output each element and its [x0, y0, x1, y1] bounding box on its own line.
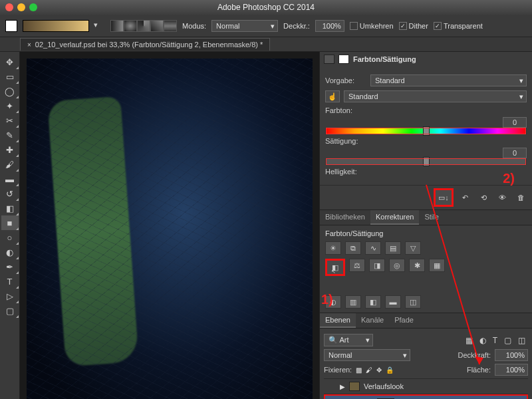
document-tab-bar: × 02_10_verlauf.psd bei 33,3% (Farbton/S… — [0, 37, 532, 52]
hue-slider[interactable] — [325, 128, 527, 134]
gradient-tool[interactable]: ■ — [1, 215, 19, 230]
history-brush-tool[interactable]: ↺ — [1, 186, 19, 201]
blur-tool[interactable]: ○ — [1, 230, 19, 245]
transparent-checkbox[interactable]: Transparent — [434, 22, 483, 30]
saturation-slider[interactable] — [325, 158, 527, 165]
options-bar: Modus: Normal Deckkr.: 100% Umkehren Dit… — [0, 15, 532, 37]
fill-input[interactable]: 100% — [495, 364, 528, 376]
range-select[interactable]: Standard — [344, 90, 527, 102]
adj-curves-icon[interactable]: ∿ — [365, 241, 381, 255]
adj-color-lookup-icon[interactable]: ▦ — [429, 259, 445, 272]
adj-threshold-icon[interactable]: ◧ — [365, 295, 381, 309]
blend-mode-select[interactable]: Normal — [324, 349, 410, 361]
tab-adjustments[interactable]: Korrekturen — [370, 210, 419, 225]
pen-tool[interactable]: ✒ — [1, 259, 19, 274]
brush-tool[interactable]: 🖌 — [1, 157, 19, 172]
toggle-visibility-button[interactable]: 👁 — [495, 192, 509, 203]
adjustments-grid: ☀ ⧉ ∿ ▤ ▽ — [325, 241, 527, 255]
gradient-reflected-button[interactable] — [150, 20, 164, 32]
gradient-linear-button[interactable] — [110, 20, 124, 32]
shape-tool[interactable]: ▢ — [1, 303, 19, 318]
layer-row-hs2[interactable]: 👁 ↳ ◐ ⛓ Farbton/Sättigung 2 — [324, 394, 528, 399]
gradient-angle-button[interactable] — [137, 20, 150, 32]
minimize-window-button[interactable] — [17, 3, 25, 11]
gradient-diamond-button[interactable] — [164, 20, 177, 32]
adjustment-icon — [324, 55, 334, 64]
folder-icon — [349, 382, 360, 391]
document-tab[interactable]: × 02_10_verlauf.psd bei 33,3% (Farbton/S… — [20, 38, 270, 51]
eraser-tool[interactable]: ◧ — [1, 201, 19, 215]
lightness-label: Helligkeit: — [325, 168, 527, 176]
tab-libraries[interactable]: Bibliotheken — [320, 210, 370, 225]
annotation-1: 1) — [321, 292, 333, 307]
filter-smart-icon[interactable]: ◫ — [518, 336, 525, 345]
adj-posterize-icon[interactable]: ▥ — [345, 295, 361, 309]
mode-label: Modus: — [182, 22, 206, 30]
adj-color-balance-icon[interactable]: ⚖ — [349, 259, 365, 272]
adj-brightness-icon[interactable]: ☀ — [325, 241, 341, 255]
close-window-button[interactable] — [5, 3, 13, 11]
filter-adjust-icon[interactable]: ◐ — [479, 336, 486, 345]
reset-button[interactable]: ⟲ — [476, 192, 491, 203]
preset-select[interactable]: Standard — [370, 74, 527, 86]
adj-photo-filter-icon[interactable]: ◎ — [389, 259, 405, 272]
tab-styles[interactable]: Stile — [419, 210, 444, 225]
previous-state-button[interactable]: ↶ — [458, 192, 472, 203]
close-tab-icon[interactable]: × — [27, 41, 31, 49]
dodge-tool[interactable]: ◐ — [1, 245, 19, 259]
adj-selective-color-icon[interactable]: ◫ — [405, 295, 421, 309]
reverse-checkbox[interactable]: Umkehren — [350, 22, 394, 30]
marquee-tool[interactable]: ▭ — [1, 69, 19, 84]
filter-type-icon[interactable]: T — [493, 336, 497, 345]
lock-all-icon[interactable]: 🔒 — [386, 366, 394, 374]
dither-checkbox[interactable]: Dither — [399, 22, 428, 30]
stamp-tool[interactable]: ▬ — [1, 172, 19, 186]
tab-channels[interactable]: Kanäle — [356, 313, 389, 328]
delete-adjustment-button[interactable]: 🗑 — [513, 192, 528, 203]
canvas-area[interactable] — [20, 52, 319, 399]
disclosure-triangle-icon[interactable]: ▶ — [340, 383, 345, 390]
filter-shape-icon[interactable]: ▢ — [504, 336, 511, 345]
lock-transparency-icon[interactable]: ▩ — [356, 366, 362, 374]
layer-name[interactable]: Verlaufslook — [364, 382, 404, 390]
gradient-type-group — [110, 20, 177, 32]
titlebar: Adobe Photoshop CC 2014 — [0, 0, 532, 15]
document-canvas[interactable] — [27, 59, 313, 399]
gradient-radial-button[interactable] — [124, 20, 137, 32]
type-tool[interactable]: T — [1, 274, 19, 289]
adj-exposure-icon[interactable]: ▤ — [385, 241, 401, 255]
mode-select[interactable]: Normal — [211, 20, 278, 32]
lock-pixels-icon[interactable]: 🖌 — [366, 366, 372, 374]
adj-levels-icon[interactable]: ⧉ — [345, 241, 361, 255]
wand-tool[interactable]: ✦ — [1, 98, 19, 113]
zoom-window-button[interactable] — [29, 3, 37, 11]
layer-group-row[interactable]: ▶ Verlaufslook — [324, 379, 528, 394]
adjustments-panel: Bibliotheken Korrekturen Stile Farbton/S… — [320, 210, 532, 313]
adj-gradient-map-icon[interactable]: ▬ — [385, 295, 401, 309]
clip-to-layer-button[interactable]: ▭↓ — [434, 188, 454, 207]
hue-input[interactable]: 0 — [503, 117, 527, 128]
path-select-tool[interactable]: ▷ — [1, 289, 19, 303]
adj-hue-saturation-icon[interactable]: ◧↖ — [325, 259, 345, 276]
hue-label: Farbton: — [325, 106, 527, 114]
lasso-tool[interactable]: ◯ — [1, 84, 19, 98]
move-tool[interactable]: ✥ — [1, 55, 19, 69]
foreground-swatch[interactable] — [5, 20, 17, 32]
layer-filter-select[interactable]: 🔍 Art — [324, 334, 373, 346]
lock-position-icon[interactable]: ✥ — [376, 366, 382, 374]
gradient-preview[interactable] — [23, 20, 89, 32]
adj-vibrance-icon[interactable]: ▽ — [405, 241, 421, 255]
adj-channel-mixer-icon[interactable]: ✱ — [409, 259, 425, 272]
filter-pixel-icon[interactable]: ▦ — [466, 336, 473, 345]
tab-paths[interactable]: Pfade — [389, 313, 419, 328]
crop-tool[interactable]: ✂ — [1, 113, 19, 128]
saturation-input[interactable]: 0 — [503, 148, 527, 158]
adj-bw-icon[interactable]: ◨ — [369, 259, 385, 272]
opacity-input[interactable]: 100% — [315, 20, 344, 32]
layer-opacity-input[interactable]: 100% — [495, 349, 528, 361]
tab-layers[interactable]: Ebenen — [320, 313, 356, 328]
eyedropper-tool[interactable]: ✎ — [1, 128, 19, 142]
targeted-adjust-tool[interactable]: ☝ — [325, 90, 340, 102]
app-title: Adobe Photoshop CC 2014 — [40, 3, 492, 12]
healing-tool[interactable]: ✚ — [1, 142, 19, 157]
